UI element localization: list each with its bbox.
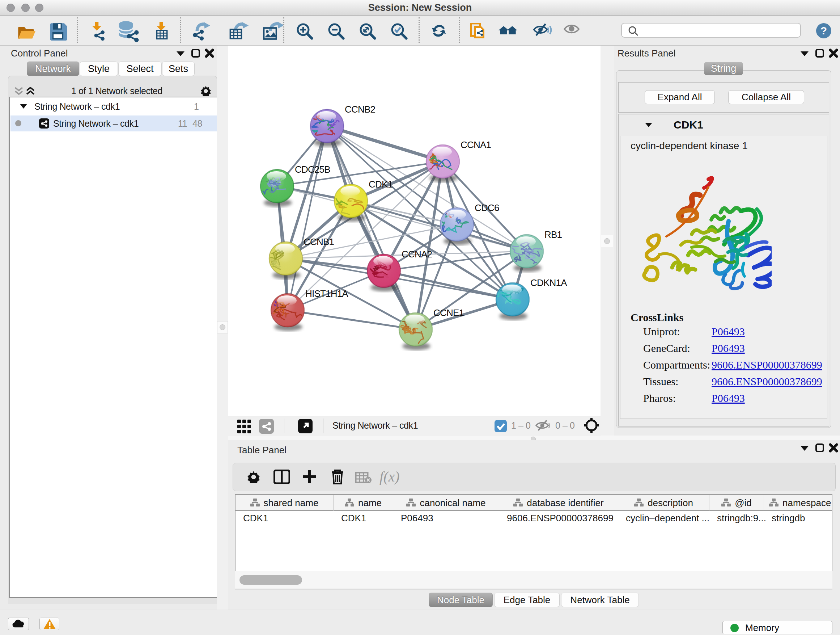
- svg-text:CDKN1A: CDKN1A: [531, 277, 567, 288]
- svg-text:CCNA2: CCNA2: [401, 249, 432, 260]
- svg-text:CDK1: CDK1: [369, 179, 393, 190]
- svg-text:CCNB1: CCNB1: [303, 236, 334, 247]
- svg-text:CDC25B: CDC25B: [295, 164, 330, 175]
- svg-text:CCNE1: CCNE1: [433, 307, 464, 318]
- svg-text:CDC6: CDC6: [475, 203, 499, 213]
- svg-text:HIST1H1A: HIST1H1A: [305, 288, 348, 299]
- svg-text:?: ?: [821, 25, 827, 36]
- svg-text:CCNB2: CCNB2: [345, 104, 375, 115]
- svg-text:CCNA1: CCNA1: [461, 139, 491, 150]
- svg-text:RB1: RB1: [545, 229, 562, 240]
